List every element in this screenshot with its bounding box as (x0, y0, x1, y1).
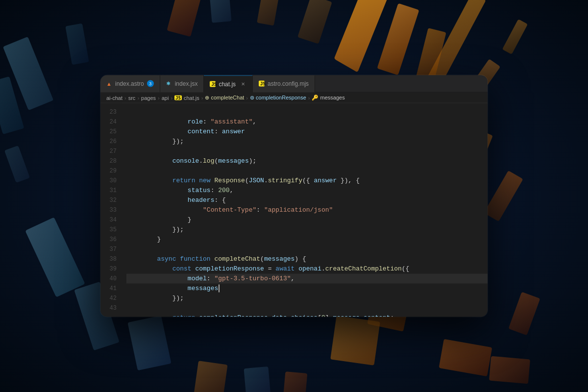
tab-close-button[interactable]: ✕ (240, 80, 246, 87)
breadcrumb: ai-chat › src › pages › api › JS chat.js… (100, 93, 488, 103)
bg-block (65, 24, 89, 65)
bg-block (439, 339, 492, 376)
code-line-23: role: "assistant", (126, 107, 488, 117)
bg-block (4, 146, 30, 183)
editor-window: ▲ index.astro 3 ⚛ index.jsx JS chat.js ✕… (100, 75, 488, 317)
code-line-38: const completionResponse = await openai.… (126, 254, 488, 264)
tab-astro-config[interactable]: JS astro.config.mjs (253, 75, 315, 93)
tab-label: chat.js (219, 80, 236, 87)
code-line-25: }); (126, 127, 488, 137)
code-line-42 (126, 294, 488, 303)
code-line-35: } (126, 225, 488, 235)
astro-icon: ▲ (106, 81, 112, 87)
bg-block (167, 0, 200, 37)
code-line-27: console.log(messages); (126, 147, 488, 156)
bg-block (502, 19, 528, 54)
breadcrumb-js-icon: JS (174, 95, 182, 100)
breadcrumb-part: ⊚ completionResponse (250, 95, 306, 101)
code-line-36 (126, 235, 488, 245)
breadcrumb-part: chat.js (184, 95, 199, 100)
code-line-29: return new Response(JSON.stringify({ ans… (126, 166, 488, 176)
code-line-26 (126, 137, 488, 147)
bg-block (127, 316, 171, 370)
code-line-39: model: "gpt-3.5-turbo-0613", (126, 264, 488, 274)
code-lines: role: "assistant", content: answer }); c… (122, 103, 488, 317)
code-line-32: "Content-Type": "application/json" (126, 196, 488, 205)
code-line-33: } (126, 205, 488, 215)
code-line-28 (126, 156, 488, 166)
bg-block (244, 367, 270, 392)
breadcrumb-part: pages (141, 95, 156, 100)
code-line-30: status: 200, (126, 176, 488, 186)
breadcrumb-part: src (128, 95, 136, 100)
bg-block (489, 356, 530, 384)
code-line-43: return completionResponse.data.choices[0… (126, 303, 488, 313)
bg-block (283, 371, 308, 392)
tab-bar: ▲ index.astro 3 ⚛ index.jsx JS chat.js ✕… (100, 75, 488, 93)
breadcrumb-part: api (162, 95, 169, 100)
mjs-icon: JS (259, 81, 265, 87)
breadcrumb-part: 🔑 messages (312, 95, 344, 101)
bg-block (330, 316, 380, 366)
tab-index-jsx[interactable]: ⚛ index.jsx (160, 75, 204, 93)
bg-block (194, 361, 227, 392)
code-line-41: }); (126, 284, 488, 294)
tab-label: index.astro (115, 80, 144, 87)
jsx-icon: ⚛ (166, 81, 172, 87)
bg-block (297, 0, 332, 44)
bg-block (377, 3, 419, 75)
code-area: 23 24 25 26 27 28 29 30 31 32 33 34 35 3… (100, 103, 488, 317)
code-line-34: }); (126, 215, 488, 225)
breadcrumb-part: ⊕ completeChat (205, 95, 244, 101)
line-numbers: 23 24 25 26 27 28 29 30 31 32 33 34 35 3… (100, 103, 122, 317)
tab-label: astro.config.mjs (268, 80, 309, 87)
code-line-40: messages (126, 274, 488, 284)
tab-index-astro[interactable]: ▲ index.astro 3 (100, 75, 160, 93)
bg-block (509, 292, 540, 336)
js-icon: JS (210, 81, 216, 87)
bg-block (209, 0, 231, 23)
tab-label: index.jsx (175, 80, 198, 87)
tab-badge: 3 (147, 80, 154, 87)
code-line-24: content: answer (126, 117, 488, 127)
tab-chat-js[interactable]: JS chat.js ✕ (204, 75, 253, 93)
breadcrumb-part: ai-chat (106, 95, 122, 100)
bg-block (257, 0, 280, 26)
code-line-37: async function completeChat(messages) { (126, 245, 488, 254)
bg-block (484, 171, 523, 221)
bg-block (25, 217, 85, 297)
code-line-31: headers: { (126, 186, 488, 196)
